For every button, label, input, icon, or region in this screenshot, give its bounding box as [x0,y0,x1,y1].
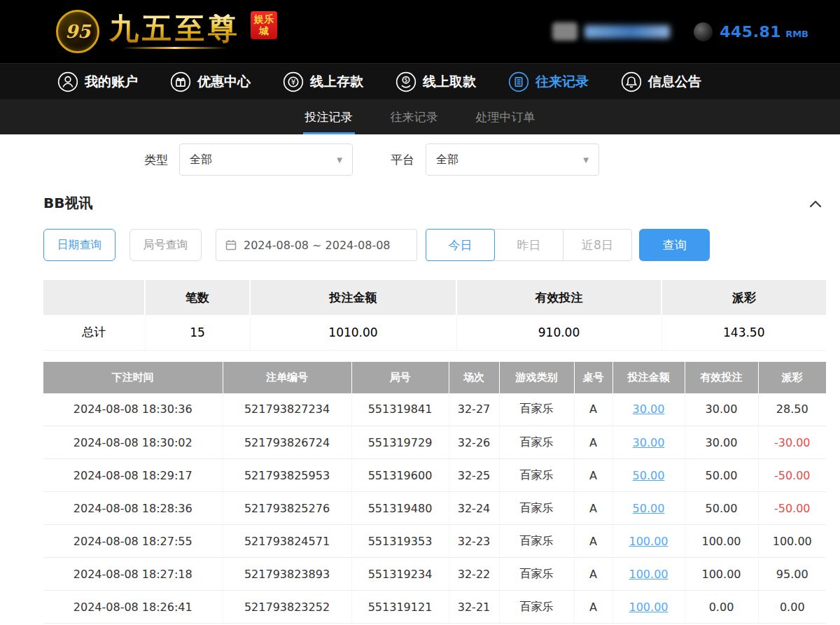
cell-session: 32-21 [449,591,499,624]
logo-emblem-icon: 95 [56,10,99,53]
section-title: BB视讯 [43,194,93,213]
tab-label: 处理中订单 [476,109,536,125]
cell-game-type: 百家乐 [499,393,574,426]
cell-payout: 95.00 [758,558,826,591]
cell-round: 551319729 [351,426,449,459]
cell-payout: 28.50 [758,393,826,426]
summary-total-row: 总计 15 1010.00 910.00 143.50 [43,315,826,350]
collapse-chevron-up-icon[interactable] [805,195,826,213]
logo-flourish [122,47,227,49]
summary-header-row: 笔数 投注金额 有效投注 派彩 [43,280,826,315]
bet-amount-link[interactable]: 100.00 [629,568,668,581]
cell-game-type: 百家乐 [499,525,574,558]
bet-amount-link[interactable]: 50.00 [633,502,665,515]
user-avatar-blurred [552,22,578,41]
logo-text-wrap: 九五至尊 [109,14,241,49]
yesterday-button[interactable]: 昨日 [494,229,564,261]
summary-payout-value: 143.50 [662,315,826,350]
cell-valid-bet: 50.00 [685,492,758,525]
cell-table-no: A [574,426,612,459]
search-button[interactable]: 查询 [639,229,710,261]
cell-session: 32-27 [449,393,499,426]
cell-table-no: A [574,459,612,492]
last-8-days-button[interactable]: 近8日 [563,229,632,261]
platform-filter-label: 平台 [391,152,414,168]
table-row: 2024-08-08 18:27:55521793824571551319353… [43,525,826,558]
summary-header-empty [43,280,145,315]
logo-badge: 娱乐城 [251,11,277,39]
bet-amount-link[interactable]: 30.00 [633,402,665,416]
cell-bet-time: 2024-08-08 18:27:18 [43,558,223,591]
summary-total-label: 总计 [43,315,145,350]
cell-valid-bet: 30.00 [685,426,758,459]
nav-item-label: 往来记录 [536,73,589,91]
col-header-payout: 派彩 [758,362,826,393]
cell-bet-time: 2024-08-08 18:30:02 [43,426,223,459]
col-header-bet-amount: 投注金额 [612,362,685,393]
cell-bet-amount: 50.00 [612,492,685,525]
date-query-button[interactable]: 日期查询 [43,229,115,261]
content-area: 类型 全部 ▼ 平台 全部 ▼ BB视讯 日期查询 局号查询 [0,143,840,624]
chevron-down-icon: ▼ [583,156,589,164]
cell-bet-amount: 100.00 [612,591,685,624]
nav-item-deposit[interactable]: ¥ 线上存款 [283,71,363,92]
bet-amount-link[interactable]: 100.00 [629,535,668,548]
nav-item-label: 线上取款 [423,73,476,91]
cell-payout: 100.00 [758,525,826,558]
bet-amount-link[interactable]: 50.00 [633,469,665,482]
cell-payout: -50.00 [758,459,826,492]
type-select[interactable]: 全部 ▼ [179,143,353,176]
table-row: 2024-08-08 18:30:02521793826724551319729… [43,426,826,459]
cell-bet-id: 521793824571 [223,525,351,558]
svg-text:¥: ¥ [291,77,296,85]
nav-item-label: 信息公告 [648,73,701,91]
tab-processing-orders[interactable]: 处理中订单 [474,99,538,134]
username-blurred [584,25,670,38]
cell-valid-bet: 30.00 [685,393,758,426]
cell-bet-amount: 30.00 [612,393,685,426]
cell-bet-time: 2024-08-08 18:29:17 [43,459,223,492]
tab-bet-records[interactable]: 投注记录 [303,99,355,134]
account-area: 445.81 RMB [552,22,808,41]
bell-icon [621,71,642,92]
sub-nav: 投注记录 往来记录 处理中订单 [0,99,840,134]
col-header-game-type: 游戏类别 [499,362,574,393]
cell-round: 551319121 [351,591,449,624]
platform-select[interactable]: 全部 ▼ [426,143,599,176]
cell-bet-id: 521793823252 [223,591,351,624]
cell-session: 32-22 [449,558,499,591]
cell-payout: 0.00 [758,591,826,624]
nav-item-announcements[interactable]: 信息公告 [621,71,701,92]
nav-item-my-account[interactable]: 我的账户 [57,71,138,92]
bet-table-body: 2024-08-08 18:30:36521793827234551319841… [43,393,826,624]
bet-records-table: 下注时间 注单编号 局号 场次 游戏类别 桌号 投注金额 有效投注 派彩 202… [43,362,826,624]
top-header: 95 九五至尊 娱乐城 445.81 RMB [0,0,840,63]
balance-currency: RMB [785,29,808,39]
table-row: 2024-08-08 18:26:41521793823252551319121… [43,591,826,624]
query-row: 日期查询 局号查询 2024-08-08 ~ 2024-08-08 今日 昨日 … [43,229,826,261]
table-row: 2024-08-08 18:29:17521793825953551319600… [43,459,826,492]
round-query-button[interactable]: 局号查询 [130,229,202,261]
bet-amount-link[interactable]: 100.00 [629,601,668,614]
nav-item-records[interactable]: 往来记录 [508,71,589,92]
cell-bet-id: 521793823893 [223,558,351,591]
tab-label: 投注记录 [305,109,353,125]
cell-table-no: A [574,558,612,591]
site-logo[interactable]: 95 九五至尊 娱乐城 [56,10,277,53]
date-range-input[interactable]: 2024-08-08 ~ 2024-08-08 [216,229,417,261]
tab-transaction-records[interactable]: 往来记录 [388,99,440,134]
summary-header-valid-bet: 有效投注 [456,280,662,315]
bet-amount-link[interactable]: 30.00 [633,436,665,449]
nav-item-promotions[interactable]: 优惠中心 [170,71,251,92]
table-row: 2024-08-08 18:27:18521793823893551319234… [43,558,826,591]
cell-game-type: 百家乐 [499,492,574,525]
nav-item-withdraw[interactable]: $ 线上取款 [396,71,476,92]
records-icon [508,71,529,92]
svg-text:$: $ [404,76,407,83]
today-button[interactable]: 今日 [426,229,495,261]
main-nav: 我的账户 优惠中心 ¥ 线上存款 [0,63,840,99]
cell-game-type: 百家乐 [499,591,574,624]
date-range-value: 2024-08-08 ~ 2024-08-08 [244,239,391,252]
chevron-down-icon: ▼ [337,156,342,164]
cell-session: 32-23 [449,525,499,558]
